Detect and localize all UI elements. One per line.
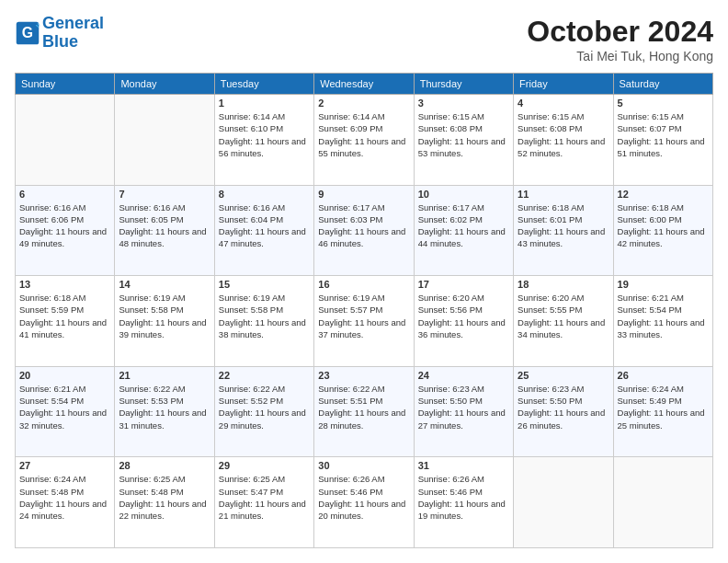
day-info: Sunrise: 6:25 AMSunset: 5:47 PMDaylight:… [219, 473, 310, 522]
calendar-day-cell: 26Sunrise: 6:24 AMSunset: 5:49 PMDayligh… [613, 366, 712, 457]
calendar-week-row: 27Sunrise: 6:24 AMSunset: 5:48 PMDayligh… [16, 457, 713, 548]
logo-line2: Blue [42, 32, 78, 51]
day-number: 11 [518, 189, 609, 200]
day-info: Sunrise: 6:14 AMSunset: 6:10 PMDaylight:… [219, 110, 310, 159]
day-info: Sunrise: 6:26 AMSunset: 5:46 PMDaylight:… [418, 473, 509, 522]
calendar-header-row: SundayMondayTuesdayWednesdayThursdayFrid… [16, 74, 713, 95]
day-info: Sunrise: 6:15 AMSunset: 6:07 PMDaylight:… [618, 110, 709, 159]
calendar-day-cell: 16Sunrise: 6:19 AMSunset: 5:57 PMDayligh… [314, 276, 414, 367]
day-number: 10 [418, 189, 509, 200]
calendar-day-cell: 15Sunrise: 6:19 AMSunset: 5:58 PMDayligh… [214, 276, 313, 367]
day-number: 5 [618, 98, 709, 109]
day-number: 24 [418, 370, 509, 381]
calendar-day-cell: 12Sunrise: 6:18 AMSunset: 6:00 PMDayligh… [613, 185, 712, 276]
day-info: Sunrise: 6:24 AMSunset: 5:49 PMDaylight:… [618, 383, 709, 431]
calendar-day-cell [613, 457, 712, 548]
calendar-day-cell: 3Sunrise: 6:15 AMSunset: 6:08 PMDaylight… [414, 95, 513, 186]
calendar-day-cell [16, 95, 115, 186]
day-number: 23 [318, 370, 409, 381]
day-info: Sunrise: 6:21 AMSunset: 5:54 PMDaylight:… [618, 292, 709, 340]
calendar-day-cell: 9Sunrise: 6:17 AMSunset: 6:03 PMDaylight… [314, 185, 414, 276]
day-info: Sunrise: 6:26 AMSunset: 5:46 PMDaylight:… [318, 473, 409, 522]
calendar-day-cell: 22Sunrise: 6:22 AMSunset: 5:52 PMDayligh… [214, 366, 313, 457]
day-number: 19 [618, 279, 709, 290]
day-info: Sunrise: 6:23 AMSunset: 5:50 PMDaylight:… [518, 383, 609, 431]
logo-text-block: General Blue [42, 15, 104, 52]
day-info: Sunrise: 6:18 AMSunset: 6:01 PMDaylight:… [518, 201, 609, 250]
day-number: 28 [119, 460, 210, 471]
day-info: Sunrise: 6:17 AMSunset: 6:03 PMDaylight:… [318, 201, 409, 250]
day-number: 2 [318, 98, 409, 109]
calendar-day-cell: 13Sunrise: 6:18 AMSunset: 5:59 PMDayligh… [16, 276, 115, 367]
day-number: 27 [19, 460, 110, 471]
calendar-week-row: 13Sunrise: 6:18 AMSunset: 5:59 PMDayligh… [16, 276, 713, 367]
day-number: 20 [19, 370, 110, 381]
day-number: 1 [219, 98, 310, 109]
day-number: 21 [119, 370, 210, 381]
day-number: 12 [618, 189, 709, 200]
calendar-day-cell: 27Sunrise: 6:24 AMSunset: 5:48 PMDayligh… [16, 457, 115, 548]
weekday-header: Thursday [414, 74, 513, 95]
day-number: 16 [318, 279, 409, 290]
day-info: Sunrise: 6:17 AMSunset: 6:02 PMDaylight:… [418, 201, 509, 250]
svg-text:G: G [22, 25, 33, 40]
calendar-day-cell: 7Sunrise: 6:16 AMSunset: 6:05 PMDaylight… [115, 185, 214, 276]
day-number: 29 [219, 460, 310, 471]
day-info: Sunrise: 6:16 AMSunset: 6:05 PMDaylight:… [119, 201, 210, 250]
day-info: Sunrise: 6:14 AMSunset: 6:09 PMDaylight:… [318, 110, 409, 159]
calendar-day-cell: 2Sunrise: 6:14 AMSunset: 6:09 PMDaylight… [314, 95, 414, 186]
day-info: Sunrise: 6:19 AMSunset: 5:58 PMDaylight:… [119, 292, 210, 340]
day-number: 18 [518, 279, 609, 290]
calendar-day-cell: 1Sunrise: 6:14 AMSunset: 6:10 PMDaylight… [214, 95, 313, 186]
day-info: Sunrise: 6:18 AMSunset: 5:59 PMDaylight:… [19, 292, 110, 340]
day-info: Sunrise: 6:24 AMSunset: 5:48 PMDaylight:… [19, 473, 110, 522]
calendar-day-cell: 6Sunrise: 6:16 AMSunset: 6:06 PMDaylight… [16, 185, 115, 276]
weekday-header: Friday [514, 74, 613, 95]
day-info: Sunrise: 6:18 AMSunset: 6:00 PMDaylight:… [618, 201, 709, 250]
day-info: Sunrise: 6:25 AMSunset: 5:48 PMDaylight:… [119, 473, 210, 522]
calendar-week-row: 20Sunrise: 6:21 AMSunset: 5:54 PMDayligh… [16, 366, 713, 457]
day-number: 25 [518, 370, 609, 381]
calendar-day-cell: 25Sunrise: 6:23 AMSunset: 5:50 PMDayligh… [514, 366, 613, 457]
weekday-header: Tuesday [214, 74, 313, 95]
day-number: 22 [219, 370, 310, 381]
calendar-day-cell: 31Sunrise: 6:26 AMSunset: 5:46 PMDayligh… [414, 457, 513, 548]
page-header: G General Blue October 2024 Tai Mei Tuk,… [15, 15, 713, 63]
calendar-day-cell: 28Sunrise: 6:25 AMSunset: 5:48 PMDayligh… [115, 457, 214, 548]
day-info: Sunrise: 6:22 AMSunset: 5:51 PMDaylight:… [318, 383, 409, 431]
weekday-header: Sunday [16, 74, 115, 95]
calendar-day-cell: 4Sunrise: 6:15 AMSunset: 6:08 PMDaylight… [514, 95, 613, 186]
day-info: Sunrise: 6:20 AMSunset: 5:56 PMDaylight:… [418, 292, 509, 340]
location-title: Tai Mei Tuk, Hong Kong [527, 49, 713, 63]
calendar-page: G General Blue October 2024 Tai Mei Tuk,… [0, 0, 728, 563]
calendar-day-cell: 11Sunrise: 6:18 AMSunset: 6:01 PMDayligh… [514, 185, 613, 276]
logo-icon: G [15, 20, 40, 46]
day-number: 13 [19, 279, 110, 290]
day-info: Sunrise: 6:15 AMSunset: 6:08 PMDaylight:… [518, 110, 609, 159]
calendar-day-cell: 8Sunrise: 6:16 AMSunset: 6:04 PMDaylight… [214, 185, 313, 276]
calendar-day-cell: 23Sunrise: 6:22 AMSunset: 5:51 PMDayligh… [314, 366, 414, 457]
calendar-day-cell: 14Sunrise: 6:19 AMSunset: 5:58 PMDayligh… [115, 276, 214, 367]
calendar-day-cell: 30Sunrise: 6:26 AMSunset: 5:46 PMDayligh… [314, 457, 414, 548]
calendar-day-cell: 21Sunrise: 6:22 AMSunset: 5:53 PMDayligh… [115, 366, 214, 457]
day-number: 15 [219, 279, 310, 290]
calendar-day-cell [514, 457, 613, 548]
day-info: Sunrise: 6:15 AMSunset: 6:08 PMDaylight:… [418, 110, 509, 159]
day-number: 4 [518, 98, 609, 109]
weekday-header: Wednesday [314, 74, 414, 95]
weekday-header: Monday [115, 74, 214, 95]
calendar-day-cell [115, 95, 214, 186]
day-info: Sunrise: 6:23 AMSunset: 5:50 PMDaylight:… [418, 383, 509, 431]
day-info: Sunrise: 6:16 AMSunset: 6:06 PMDaylight:… [19, 201, 110, 250]
day-info: Sunrise: 6:20 AMSunset: 5:55 PMDaylight:… [518, 292, 609, 340]
calendar-day-cell: 19Sunrise: 6:21 AMSunset: 5:54 PMDayligh… [613, 276, 712, 367]
day-info: Sunrise: 6:19 AMSunset: 5:57 PMDaylight:… [318, 292, 409, 340]
logo-line1: General [42, 14, 104, 32]
calendar-day-cell: 24Sunrise: 6:23 AMSunset: 5:50 PMDayligh… [414, 366, 513, 457]
logo: G General Blue [15, 15, 104, 52]
calendar-day-cell: 10Sunrise: 6:17 AMSunset: 6:02 PMDayligh… [414, 185, 513, 276]
day-number: 17 [418, 279, 509, 290]
calendar-day-cell: 20Sunrise: 6:21 AMSunset: 5:54 PMDayligh… [16, 366, 115, 457]
calendar-day-cell: 29Sunrise: 6:25 AMSunset: 5:47 PMDayligh… [214, 457, 313, 548]
day-number: 31 [418, 460, 509, 471]
